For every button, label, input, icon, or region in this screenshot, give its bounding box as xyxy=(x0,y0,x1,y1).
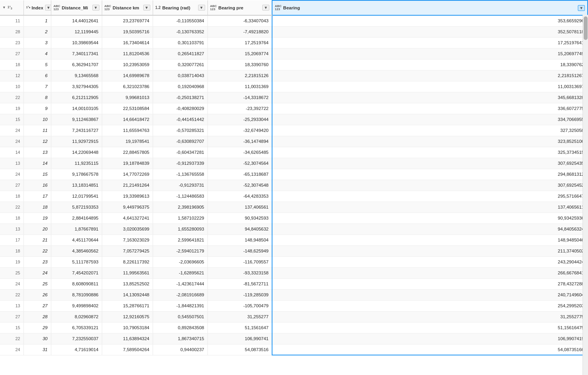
row-number-cell: 12 xyxy=(0,70,23,81)
bearing-rad-cell: 1,867340715 xyxy=(153,333,207,344)
table-row[interactable]: 24117,24311672711,65594763-0,570285321-3… xyxy=(0,125,588,136)
index-cell: 7 xyxy=(23,81,51,92)
table-row[interactable]: 15296,70533912110,790531840,89284350851,… xyxy=(0,322,588,333)
scrollbar-thumb[interactable] xyxy=(584,16,588,40)
bearing-cell: 345,6681328 xyxy=(272,92,588,103)
index-cell: 18 xyxy=(23,202,51,213)
bearing-pre-cell: 148,948504 xyxy=(207,234,272,245)
table-row[interactable]: 141314,2206944822,88457805-0,604347281-3… xyxy=(0,147,588,158)
bearing-pre-cell: 51,1561647 xyxy=(207,322,272,333)
bearing-pre-cell: -64,4283353 xyxy=(207,191,272,202)
distance-km-cell: 22,88457805 xyxy=(102,147,153,158)
bearing-cell: 137,4065611 xyxy=(272,202,588,213)
table-row[interactable]: 13201,876678913,0200356991,65528009394,8… xyxy=(0,224,588,234)
distance-km-cell: 21,21491264 xyxy=(102,180,153,191)
bearing-cell: 254,2995203 xyxy=(272,300,588,311)
index-filter-btn[interactable]: ▼ xyxy=(45,5,51,11)
row-number-cell: 15 xyxy=(0,114,23,125)
bearing-cell: 325,3734515 xyxy=(272,147,588,158)
table-row[interactable]: 17214,4511706447,1630230292,599641821148… xyxy=(0,234,588,245)
data-table-container: ▼ 1²3 1²₃ Index ▼ ABC123 Distance_Mi xyxy=(0,0,588,375)
bearing-pre-cell: 54,0873516 xyxy=(207,344,272,355)
bearing-filter-btn[interactable]: ▼ xyxy=(578,5,585,11)
bearing-rad-cell: 0,265411827 xyxy=(153,48,207,59)
bearing-cell: 334,7066955 xyxy=(272,114,588,125)
table-row[interactable]: 22268,78109088614,13092448-2,081916689-1… xyxy=(0,289,588,300)
table-row[interactable]: 1269,1346556814,699896780,0387140432,218… xyxy=(0,70,588,81)
table-row[interactable]: 23310,3986954416,734046140,30110379117,2… xyxy=(0,37,588,48)
table-row[interactable]: 11114,4401264123,23769774-0,110550384-6,… xyxy=(0,15,588,26)
table-row[interactable]: 2747,34011734111,812045360,26541182715,2… xyxy=(0,48,588,59)
table-row[interactable]: 18224,3854605627,057279425-2,594012179-1… xyxy=(0,245,588,256)
distance-mi-cell: 5,872193353 xyxy=(51,202,102,213)
row-number-cell: 24 xyxy=(0,136,23,147)
table-row[interactable]: 24159,17866757814,77072269-1,136765558-6… xyxy=(0,169,588,180)
index-cell: 21 xyxy=(23,234,51,245)
distance-mi-cell: 4,385460562 xyxy=(51,245,102,256)
bearing-rad-cell: -2,081916689 xyxy=(153,289,207,300)
distance-km-cell: 15,28766171 xyxy=(102,300,153,311)
table-row[interactable]: 1073,9279443056,3210237860,19204096811,0… xyxy=(0,81,588,92)
row-number-cell: 27 xyxy=(0,180,23,191)
distance-mi-type-icon: ABC123 xyxy=(54,5,60,11)
bearing-pre-cell: -32,6749420 xyxy=(207,125,272,136)
table-row[interactable]: 1856,36294170710,239530590,32007726118,3… xyxy=(0,59,588,70)
distance-mi-cell: 6,362941707 xyxy=(51,59,102,70)
table-row[interactable]: 24314,716190147,5895042640,9440023754,08… xyxy=(0,344,588,355)
distance-mi-cell: 14,00103105 xyxy=(51,103,102,114)
col-header-rownum: ▼ 1²3 xyxy=(0,0,23,15)
distance-km-cell: 14,77072269 xyxy=(102,169,153,180)
table-row[interactable]: 22185,8721933539,4497963752,398196905137… xyxy=(0,202,588,213)
distance-mi-cell: 14,44012641 xyxy=(51,15,102,26)
rownum-type-icon: ▼ xyxy=(2,6,6,9)
index-cell: 8 xyxy=(23,92,51,103)
table-row[interactable]: 15109,11246386714,66418472-0,441451442-2… xyxy=(0,114,588,125)
table-row[interactable]: 27288,0296087212,921605750,54550750131,2… xyxy=(0,311,588,322)
table-row[interactable]: 24258,60809081113,85252502-1,423617444-8… xyxy=(0,278,588,289)
distance-mi-cell: 11,92972915 xyxy=(51,136,102,147)
table-row[interactable]: 25247,45420207111,99563561-1,62895621-93… xyxy=(0,267,588,278)
row-number-cell: 24 xyxy=(0,344,23,355)
rownum-123-icon: 1²3 xyxy=(7,5,12,10)
bearing-pre-type-icon: ABC123 xyxy=(210,5,217,11)
distance-mi-cell: 6,705339121 xyxy=(51,322,102,333)
table-row[interactable]: 18192,8841648954,6413272411,58710222990,… xyxy=(0,213,588,224)
index-cell: 16 xyxy=(23,180,51,191)
index-cell: 31 xyxy=(23,344,51,355)
index-cell: 20 xyxy=(23,224,51,234)
bearing-rad-cell: 0,038714043 xyxy=(153,70,207,81)
distance-mi-cell: 9,499898402 xyxy=(51,300,102,311)
table-row[interactable]: 241211,9297291519,1978541-0,630892707-36… xyxy=(0,136,588,147)
bearing-pre-cell: -116,709557 xyxy=(207,256,272,267)
bearing-pre-cell: 15,2069774 xyxy=(207,48,272,59)
table-row[interactable]: 19235,1117875938,226117392-2,03696605-11… xyxy=(0,256,588,267)
distance-mi-cell: 13,18314851 xyxy=(51,180,102,191)
table-row[interactable]: 2286,2121129059,99681013-0,250138271-14,… xyxy=(0,92,588,103)
distance-mi-cell: 12,1199445 xyxy=(51,26,102,37)
bearing-pre-filter-btn[interactable]: ▼ xyxy=(262,5,269,11)
distance-km-cell: 7,589504264 xyxy=(102,344,153,355)
bearing-rad-cell: -0,912937339 xyxy=(153,158,207,169)
table-row[interactable]: 271613,1831485121,21491264-0,91293731-52… xyxy=(0,180,588,191)
index-cell: 10 xyxy=(23,114,51,125)
table-body: 11114,4401264123,23769774-0,110550384-6,… xyxy=(0,15,588,355)
index-cell: 5 xyxy=(23,59,51,70)
bearing-rad-cell: 1,587102229 xyxy=(153,213,207,224)
bearing-cell: 295,5716647 xyxy=(272,191,588,202)
index-cell: 23 xyxy=(23,256,51,267)
table-row[interactable]: 22307,23255003711,638943241,867340715106… xyxy=(0,333,588,344)
bearing-rad-filter-btn[interactable]: ▼ xyxy=(198,5,205,11)
table-row[interactable]: 13279,49989840215,28766171-1,844821391-1… xyxy=(0,300,588,311)
distance-mi-filter-btn[interactable]: ▼ xyxy=(92,5,99,11)
bearing-pre-cell: -65,1318687 xyxy=(207,169,272,180)
index-type-icon: 1²₃ xyxy=(26,6,30,9)
table-row[interactable]: 28212,119944519,50395716-0,130763352-7,4… xyxy=(0,26,588,37)
distance-km-cell: 10,79053184 xyxy=(102,322,153,333)
bearing-cell: 31,2552775 xyxy=(272,311,588,322)
table-row[interactable]: 131411,923511519,18784839-0,912937339-52… xyxy=(0,158,588,169)
distance-km-filter-btn[interactable]: ▼ xyxy=(143,5,150,11)
table-row[interactable]: 181712,0179954119,33989613-1,124486583-6… xyxy=(0,191,588,202)
table-row[interactable]: 19914,0010310522,53108584-0,408280029-23… xyxy=(0,103,588,114)
distance-mi-cell: 2,884164895 xyxy=(51,213,102,224)
vertical-scrollbar[interactable] xyxy=(583,15,588,375)
